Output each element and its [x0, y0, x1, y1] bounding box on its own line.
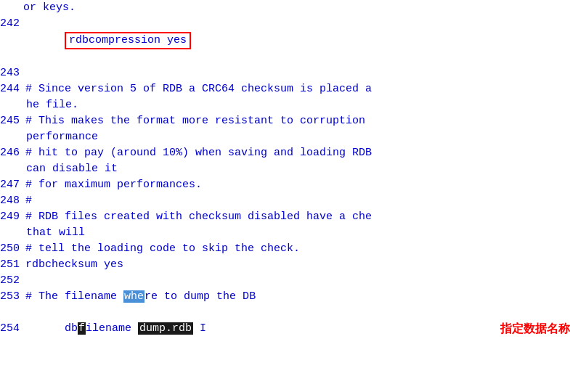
line-251: 251 rdbchecksum yes	[0, 257, 570, 273]
line-244-cont: he file.	[23, 97, 570, 113]
line-248: 248 #	[0, 193, 570, 209]
line-number-252: 252	[0, 273, 25, 289]
line-number-250: 250	[0, 241, 25, 257]
line-number-251: 251	[0, 257, 25, 273]
to-word: to	[164, 290, 177, 303]
line-246-cont: can disable it	[23, 161, 570, 177]
line-254-content: dbfilename dump.rdb I	[25, 305, 486, 353]
line-246-content: # hit to pay (around 10%) when saving an…	[25, 145, 570, 161]
line-number-245: 245	[0, 113, 25, 129]
dbfilename-keyword: db	[65, 322, 78, 335]
line-251-content: rdbchecksum yes	[25, 257, 570, 273]
line-number-254: 254	[0, 321, 25, 337]
line-253: 253 # The filename where to dump the DB	[0, 289, 570, 305]
line-249: 249 # RDB files created with checksum di…	[0, 209, 570, 241]
line-252: 252	[0, 273, 570, 289]
line-249-content: # RDB files created with checksum disabl…	[25, 209, 570, 225]
line-number-242: 242	[0, 16, 25, 32]
code-editor: or keys. 242 rdbcompression yes 243 244 …	[0, 0, 570, 392]
line-244: 244 # Since version 5 of RDB a CRC64 che…	[0, 81, 570, 113]
line-247: 247 # for maximum performances.	[0, 177, 570, 193]
line-243: 243	[0, 65, 570, 81]
line-number-249: 249	[0, 209, 25, 225]
line-number-248: 248	[0, 193, 25, 209]
dbfilename-rest: ilename	[86, 322, 138, 335]
line-245-content: # This makes the format more resistant t…	[25, 113, 570, 129]
line-242-content: rdbcompression yes	[25, 16, 570, 65]
line-242: 242 rdbcompression yes	[0, 16, 570, 65]
line-text: or keys.	[23, 0, 570, 16]
line-244-content: # Since version 5 of RDB a CRC64 checksu…	[25, 81, 570, 97]
line-253-content: # The filename where to dump the DB	[25, 289, 570, 305]
dbfilename-cursor-char: f	[78, 322, 86, 335]
line-number-243: 243	[0, 65, 25, 81]
line-number-253: 253	[0, 289, 25, 305]
line-250: 250 # tell the loading code to skip the …	[0, 241, 570, 257]
line-number-247: 247	[0, 177, 25, 193]
dump-rdb-highlight: dump.rdb	[138, 322, 193, 335]
where-highlight: whe	[123, 290, 144, 303]
line-250-content: # tell the loading code to skip the chec…	[25, 241, 570, 257]
line-246: 246 # hit to pay (around 10%) when savin…	[0, 145, 570, 177]
annotation-text: 指定数据名称	[500, 321, 570, 337]
line-245-cont: performance	[23, 129, 570, 145]
line-254: 254 dbfilename dump.rdb I 指定数据名称	[0, 305, 570, 353]
line-247-content: # for maximum performances.	[25, 177, 570, 193]
line-245: 245 # This makes the format more resista…	[0, 113, 570, 145]
where-rest: re	[144, 290, 158, 303]
line-number-244: 244	[0, 81, 25, 97]
line-partial: or keys.	[0, 0, 570, 16]
red-box-highlight: rdbcompression yes	[65, 32, 191, 49]
line-249-cont: that will	[23, 225, 570, 241]
cursor-bar: I	[200, 322, 206, 335]
line-number-246: 246	[0, 145, 25, 161]
line-248-content: #	[25, 193, 570, 209]
